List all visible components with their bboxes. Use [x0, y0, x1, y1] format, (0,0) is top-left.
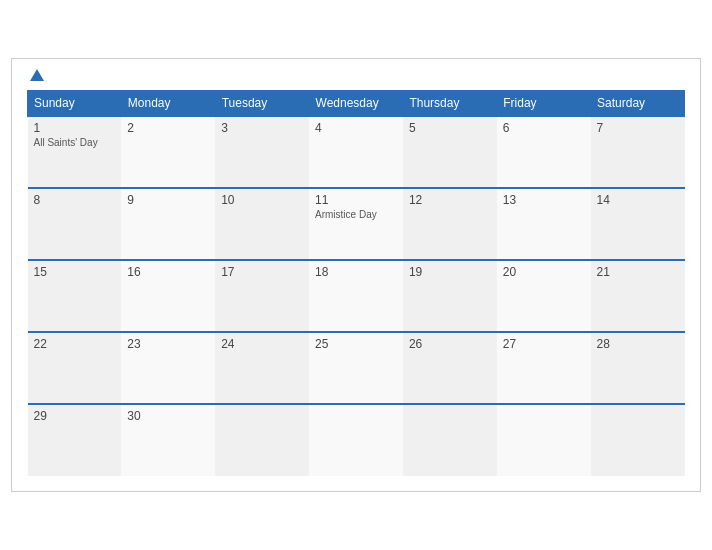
weekday-header-cell: Sunday: [28, 91, 122, 117]
calendar-day-cell: 5: [403, 116, 497, 188]
day-number: 13: [503, 193, 585, 207]
day-number: 2: [127, 121, 209, 135]
weekday-header-cell: Wednesday: [309, 91, 403, 117]
calendar-day-cell: 19: [403, 260, 497, 332]
day-number: 12: [409, 193, 491, 207]
calendar-day-cell: 28: [591, 332, 685, 404]
calendar-day-cell: 2: [121, 116, 215, 188]
calendar-day-cell: 15: [28, 260, 122, 332]
calendar-day-cell: 14: [591, 188, 685, 260]
calendar-day-cell: [215, 404, 309, 476]
day-number: 9: [127, 193, 209, 207]
day-number: 10: [221, 193, 303, 207]
calendar-day-cell: 18: [309, 260, 403, 332]
calendar-day-cell: 27: [497, 332, 591, 404]
day-number: 21: [597, 265, 679, 279]
calendar-day-cell: 13: [497, 188, 591, 260]
calendar-day-cell: 10: [215, 188, 309, 260]
calendar-day-cell: 8: [28, 188, 122, 260]
calendar-week-row: 1All Saints' Day234567: [28, 116, 685, 188]
calendar-grid: SundayMondayTuesdayWednesdayThursdayFrid…: [27, 90, 685, 476]
calendar-day-cell: 4: [309, 116, 403, 188]
day-number: 30: [127, 409, 209, 423]
calendar-day-cell: 21: [591, 260, 685, 332]
day-number: 15: [34, 265, 116, 279]
logo-triangle-icon: [30, 69, 44, 81]
calendar-week-row: 22232425262728: [28, 332, 685, 404]
weekday-header-row: SundayMondayTuesdayWednesdayThursdayFrid…: [28, 91, 685, 117]
day-number: 28: [597, 337, 679, 351]
calendar-day-cell: [591, 404, 685, 476]
day-number: 22: [34, 337, 116, 351]
holiday-label: Armistice Day: [315, 209, 397, 220]
day-number: 16: [127, 265, 209, 279]
calendar-day-cell: 30: [121, 404, 215, 476]
weekday-header-cell: Tuesday: [215, 91, 309, 117]
calendar-day-cell: 17: [215, 260, 309, 332]
day-number: 29: [34, 409, 116, 423]
calendar-day-cell: [497, 404, 591, 476]
calendar-body: 1All Saints' Day234567891011Armistice Da…: [28, 116, 685, 476]
day-number: 4: [315, 121, 397, 135]
calendar-day-cell: 3: [215, 116, 309, 188]
weekday-header-cell: Monday: [121, 91, 215, 117]
day-number: 3: [221, 121, 303, 135]
weekday-header-cell: Thursday: [403, 91, 497, 117]
calendar-day-cell: 11Armistice Day: [309, 188, 403, 260]
logo-general: [27, 69, 44, 82]
day-number: 11: [315, 193, 397, 207]
day-number: 27: [503, 337, 585, 351]
day-number: 5: [409, 121, 491, 135]
calendar-day-cell: 29: [28, 404, 122, 476]
calendar-day-cell: [403, 404, 497, 476]
weekday-header-cell: Saturday: [591, 91, 685, 117]
calendar-day-cell: 23: [121, 332, 215, 404]
day-number: 7: [597, 121, 679, 135]
day-number: 1: [34, 121, 116, 135]
calendar-day-cell: 6: [497, 116, 591, 188]
calendar-header: [27, 69, 685, 82]
calendar-day-cell: 24: [215, 332, 309, 404]
day-number: 25: [315, 337, 397, 351]
day-number: 20: [503, 265, 585, 279]
calendar-day-cell: 9: [121, 188, 215, 260]
calendar-day-cell: 20: [497, 260, 591, 332]
calendar-day-cell: 7: [591, 116, 685, 188]
logo: [27, 69, 44, 82]
calendar-day-cell: 25: [309, 332, 403, 404]
calendar-day-cell: 12: [403, 188, 497, 260]
calendar-container: SundayMondayTuesdayWednesdayThursdayFrid…: [11, 58, 701, 492]
day-number: 14: [597, 193, 679, 207]
weekday-header-cell: Friday: [497, 91, 591, 117]
calendar-day-cell: 26: [403, 332, 497, 404]
day-number: 26: [409, 337, 491, 351]
calendar-day-cell: 16: [121, 260, 215, 332]
day-number: 23: [127, 337, 209, 351]
calendar-week-row: 891011Armistice Day121314: [28, 188, 685, 260]
holiday-label: All Saints' Day: [34, 137, 116, 148]
day-number: 8: [34, 193, 116, 207]
day-number: 18: [315, 265, 397, 279]
day-number: 17: [221, 265, 303, 279]
day-number: 19: [409, 265, 491, 279]
day-number: 6: [503, 121, 585, 135]
calendar-day-cell: 1All Saints' Day: [28, 116, 122, 188]
calendar-day-cell: [309, 404, 403, 476]
day-number: 24: [221, 337, 303, 351]
calendar-day-cell: 22: [28, 332, 122, 404]
calendar-week-row: 15161718192021: [28, 260, 685, 332]
calendar-week-row: 2930: [28, 404, 685, 476]
